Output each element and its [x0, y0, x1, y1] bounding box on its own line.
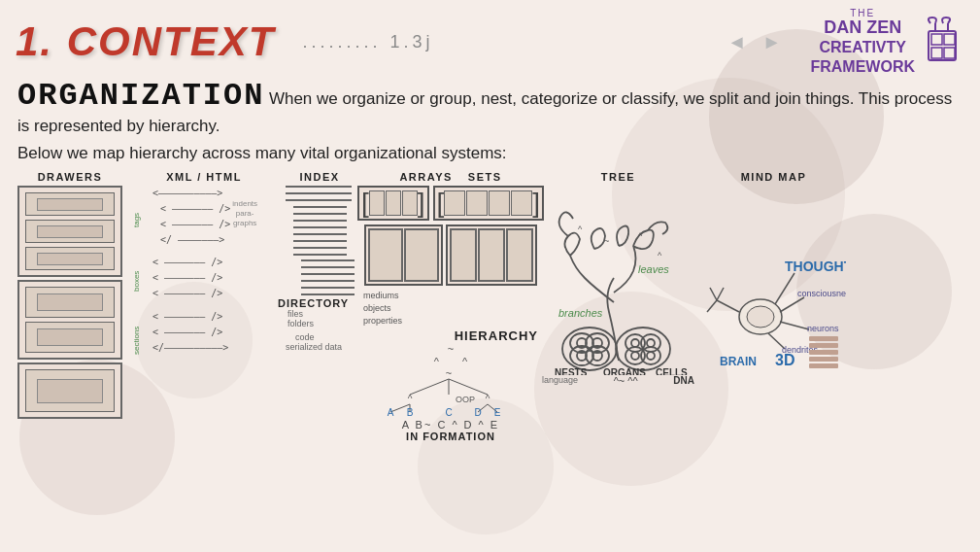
- mindmap-label: MIND MAP: [741, 171, 807, 183]
- svg-text:leaves: leaves: [638, 263, 669, 275]
- mediums-label: mediums: [363, 291, 399, 300]
- svg-text:3D: 3D: [775, 352, 794, 368]
- svg-text:consciousness: consciousness: [797, 289, 846, 298]
- code-label: code: [295, 332, 315, 342]
- svg-line-17: [449, 379, 488, 395]
- svg-rect-13: [944, 48, 955, 58]
- tree-diagram: ~ ^ ^ ^ branches leaves: [541, 186, 696, 375]
- serialized-label: serialized data: [286, 342, 342, 352]
- hierarchy-svg: ~ ^ ^ A B C: [373, 367, 528, 416]
- svg-line-61: [780, 322, 809, 329]
- svg-point-40: [586, 346, 609, 365]
- next-arrow[interactable]: ►: [762, 31, 782, 53]
- svg-text:~: ~: [604, 236, 609, 246]
- folders-label: folders: [287, 319, 314, 328]
- svg-rect-75: [809, 350, 838, 355]
- org-heading: ORGANIZATION: [17, 78, 264, 114]
- formula-label: ^~ ^^: [614, 375, 638, 387]
- svg-line-64: [707, 300, 717, 312]
- hierarchy-tree-diagram: ~ ^ ^ ~ ^ ^: [363, 343, 538, 442]
- dna-label: DNA: [673, 375, 694, 387]
- svg-rect-74: [809, 343, 838, 348]
- svg-text:A: A: [388, 407, 394, 416]
- svg-rect-10: [931, 34, 942, 45]
- svg-point-53: [647, 352, 655, 360]
- index-label: INDEX: [299, 171, 339, 183]
- logo-name: DAN ZEN CREATIVTY FRAMEWORK: [810, 18, 915, 76]
- svg-point-50: [631, 339, 639, 347]
- svg-point-51: [647, 339, 655, 347]
- svg-text:~: ~: [446, 367, 452, 379]
- svg-line-59: [775, 273, 794, 304]
- svg-rect-11: [944, 34, 955, 45]
- svg-rect-76: [809, 357, 838, 362]
- xml-indents-label: indentspara-graphs: [232, 199, 257, 227]
- svg-rect-73: [809, 336, 838, 341]
- svg-point-52: [631, 352, 639, 360]
- svg-text:E: E: [494, 407, 501, 416]
- svg-text:^: ^: [658, 251, 662, 260]
- version-text: ......... 1.3j: [302, 32, 433, 52]
- arrays-label: ARRAYS: [399, 171, 452, 183]
- xml-sections-label: sections: [132, 309, 141, 372]
- xml-diagram: <——————————> < ——————— /> < ——————— /> <…: [143, 186, 230, 254]
- xml-label: XML / HTML: [166, 171, 242, 183]
- logo-icon: [921, 16, 964, 69]
- tree-label: TREE: [601, 171, 635, 183]
- svg-text:D: D: [474, 407, 481, 416]
- mindmap-diagram: THOUGHT consciousness neurons dendrites …: [702, 186, 846, 375]
- xml-sections-diagram: < ——————— /> < ——————— /> </——————————>: [143, 309, 228, 372]
- xml-tags-label: tags: [132, 186, 141, 254]
- svg-text:ORGANS: ORGANS: [603, 367, 646, 375]
- svg-point-45: [641, 347, 660, 364]
- svg-text:THOUGHT: THOUGHT: [785, 259, 846, 274]
- index-diagram: [286, 186, 355, 295]
- intro-text2: Below we map hierarchy across many vital…: [17, 141, 963, 166]
- svg-text:^: ^: [486, 394, 490, 404]
- svg-point-44: [625, 347, 645, 364]
- drawers-label: DRAWERS: [38, 171, 103, 183]
- svg-text:BRAIN: BRAIN: [720, 355, 757, 368]
- language-label: language: [542, 375, 578, 387]
- svg-text:branches: branches: [558, 307, 603, 319]
- hierarchy-label: HIERARCHY: [455, 328, 538, 343]
- xml-boxes-label: boxes: [132, 255, 141, 308]
- svg-line-60: [780, 297, 804, 312]
- files-label: files: [287, 309, 303, 319]
- svg-line-66: [717, 288, 724, 300]
- svg-rect-12: [931, 48, 942, 58]
- svg-point-58: [747, 306, 774, 328]
- svg-text:^: ^: [578, 224, 583, 234]
- sets-diagram: [364, 224, 537, 286]
- svg-line-65: [710, 288, 717, 300]
- sets-label: SETS: [468, 171, 502, 183]
- svg-text:C: C: [445, 407, 452, 416]
- drawers-diagram: [17, 186, 122, 419]
- svg-text:NESTS: NESTS: [555, 367, 588, 375]
- properties-label: properties: [363, 316, 402, 326]
- hierarchy-letters: A B~ C ^ D ^ E: [402, 419, 499, 431]
- svg-text:OOP: OOP: [456, 395, 475, 404]
- svg-text:CELLS: CELLS: [656, 367, 688, 375]
- prev-arrow[interactable]: ◄: [727, 31, 747, 53]
- objects-label: objects: [363, 303, 391, 313]
- information-label: IN FORMATION: [406, 431, 495, 442]
- arrays-diagram: [ ] [ ]: [357, 186, 544, 221]
- directory-label: DIRECTORY: [278, 297, 349, 309]
- page-title: 1. CONTEXT: [16, 18, 275, 65]
- svg-line-63: [717, 300, 739, 312]
- svg-text:neurons: neurons: [807, 324, 839, 333]
- xml-boxes-diagram: < ——————— /> < ——————— /> < ——————— />: [143, 255, 222, 308]
- svg-line-15: [410, 379, 449, 395]
- svg-text:B: B: [407, 407, 414, 416]
- svg-rect-77: [809, 363, 838, 368]
- svg-text:^: ^: [408, 394, 413, 404]
